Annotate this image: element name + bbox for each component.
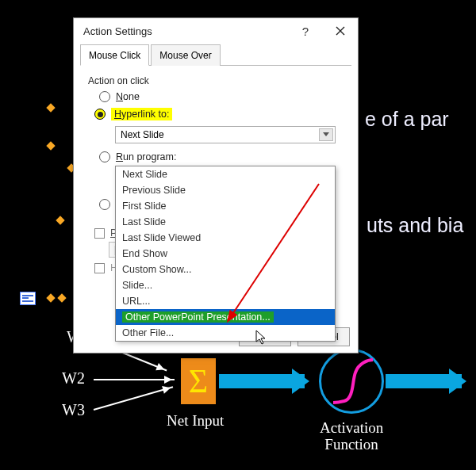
weight-label-w3: W3: [62, 401, 85, 419]
arrow-w2: [94, 379, 175, 380]
option-other-file[interactable]: Other File...: [116, 325, 335, 341]
selection-handle[interactable]: [46, 141, 55, 150]
net-input-label: Net Input: [167, 412, 224, 430]
radio-icon: [94, 109, 106, 120]
dialog-titlebar[interactable]: Action Settings ?: [74, 18, 358, 44]
align-icon[interactable]: [20, 292, 36, 305]
flow-arrow-1: [219, 374, 305, 388]
tab-mouse-over[interactable]: Mouse Over: [151, 44, 220, 66]
arrow-w3: [94, 386, 174, 411]
option-next-slide[interactable]: Next Slide: [116, 166, 335, 182]
slide-text-1: e of a par: [365, 108, 449, 131]
radio-icon: [99, 151, 110, 162]
action-settings-dialog: Action Settings ? Mouse Click Mouse Over…: [73, 17, 359, 353]
option-last-slide[interactable]: Last Slide: [116, 214, 335, 230]
option-first-slide[interactable]: First Slide: [116, 198, 335, 214]
close-button[interactable]: [323, 19, 358, 43]
option-other-ppt[interactable]: Other PowerPoint Presentation...: [116, 309, 335, 325]
selection-handle[interactable]: [46, 103, 55, 112]
sigma-node: Σ: [181, 358, 216, 404]
radio-icon: [99, 91, 110, 102]
selection-handle[interactable]: [46, 293, 55, 302]
slide-text-2: uts and bia: [367, 214, 463, 237]
checkbox-icon: [94, 263, 105, 273]
hyperlink-dropdown: Next Slide Previous Slide First Slide La…: [115, 166, 336, 342]
activation-label: Activation Function: [320, 420, 383, 453]
checkbox-icon: [94, 228, 105, 239]
combo-value: Next Slide: [121, 129, 164, 140]
option-custom-show[interactable]: Custom Show...: [116, 262, 335, 277]
chevron-down-icon[interactable]: [319, 128, 333, 141]
radio-icon: [99, 199, 110, 210]
action-group-label: Action on click: [88, 75, 358, 86]
selection-handle[interactable]: [56, 216, 64, 224]
selection-handle[interactable]: [57, 293, 66, 302]
option-end-show[interactable]: End Show: [116, 246, 335, 262]
activation-node: [319, 349, 384, 414]
radio-hyperlink-to[interactable]: Hyperlink to:: [94, 107, 358, 121]
radio-none[interactable]: None: [99, 91, 358, 102]
hyperlink-combo[interactable]: Next Slide: [115, 126, 336, 143]
option-slide[interactable]: Slide...: [116, 277, 335, 293]
flow-arrow-2: [386, 374, 462, 388]
option-url[interactable]: URL...: [116, 293, 335, 309]
option-previous-slide[interactable]: Previous Slide: [116, 182, 335, 198]
tab-strip: Mouse Click Mouse Over: [80, 44, 351, 66]
weight-label-w2: W2: [62, 369, 85, 388]
option-last-viewed[interactable]: Last Slide Viewed: [116, 230, 335, 246]
tab-mouse-click[interactable]: Mouse Click: [80, 44, 149, 66]
radio-run-program[interactable]: Run program:: [99, 151, 358, 162]
dialog-title: Action Settings: [83, 25, 288, 37]
help-button[interactable]: ?: [288, 19, 323, 43]
